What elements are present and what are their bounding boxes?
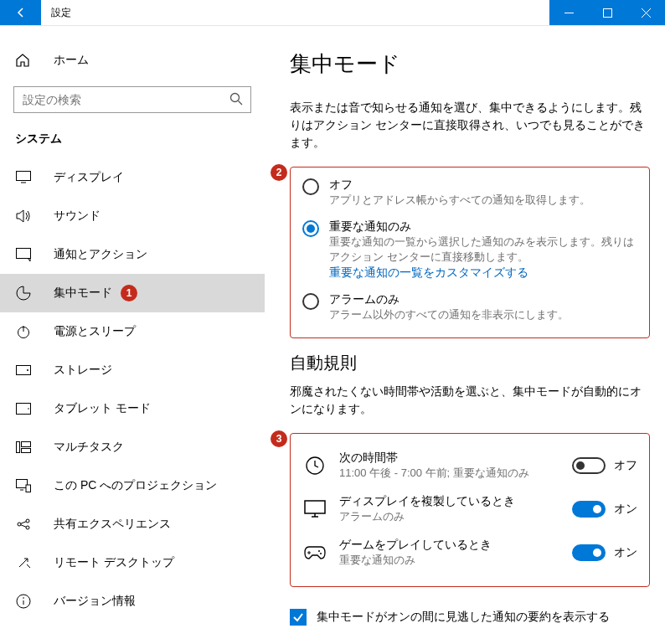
focus-icon [16,286,31,301]
sidebar-item-projection[interactable]: この PC へのプロジェクション [0,466,265,505]
close-button[interactable] [626,0,665,25]
auto-rules-heading: 自動規則 [290,352,650,374]
radio-off[interactable] [302,178,319,195]
titlebar: 設定 [0,0,665,26]
arrow-left-icon [14,6,28,19]
sidebar-item-focus-assist[interactable]: 集中モード 1 [0,274,265,312]
radio-alarms[interactable] [302,293,319,310]
sidebar-item-power[interactable]: 電源とスリープ [0,312,265,351]
rule-time[interactable]: 次の時間帯 11:00 午後 - 7:00 午前; 重要な通知のみ オフ [302,444,637,487]
sidebar-item-label: サウンド [54,209,101,224]
display-icon [16,171,31,184]
sidebar-item-multitask[interactable]: マルチタスク [0,428,265,466]
radio-priority-sub: 重要な通知の一覧から選択した通知のみを表示します。残りはアクション センターに直… [329,234,637,265]
svg-point-15 [18,523,21,526]
power-icon [16,324,31,339]
minimize-button[interactable] [549,0,588,25]
rule-time-sub: 11:00 午後 - 7:00 午前; 重要な通知のみ [339,466,572,481]
page-description: 表示または音で知らせる通知を選び、集中できるようにします。残りはアクション セン… [290,99,650,152]
sidebar-section: システム [0,128,265,158]
sidebar-item-notifications[interactable]: 通知とアクション [0,235,265,274]
sidebar-item-label: バージョン情報 [54,594,136,609]
sidebar-item-remote[interactable]: リモート デスクトップ [0,544,265,582]
svg-rect-3 [17,249,31,259]
summary-check-row[interactable]: 集中モードがオンの間に見逃した通知の要約を表示する [290,600,650,626]
sidebar-item-label: マルチタスク [54,440,124,455]
sound-icon [16,209,31,223]
svg-rect-9 [17,442,20,453]
sidebar-item-label: ディスプレイ [54,170,124,185]
sidebar-item-about[interactable]: バージョン情報 [0,582,265,621]
summary-checkbox[interactable] [290,609,307,626]
summary-check-label: 集中モードがオンの間に見逃した通知の要約を表示する [317,610,610,625]
radio-alarms-sub: アラーム以外のすべての通知を非表示にします。 [329,307,637,322]
back-button[interactable] [0,0,41,25]
svg-point-8 [28,408,29,410]
rule-time-state: オフ [614,458,637,473]
rule-time-label: 次の時間帯 [339,451,572,466]
close-icon [642,8,651,18]
sidebar-item-label: 通知とアクション [54,247,147,262]
window-controls [549,0,665,25]
sidebar: ホーム システム ディスプレイ サウンド 通知とアクション 集中モード 1 [0,26,265,644]
auto-rules-group: 3 次の時間帯 11:00 午後 - 7:00 午前; 重要な通知のみ オフ デ… [290,433,650,587]
sidebar-item-label: リモート デスクトップ [54,555,174,570]
auto-rules-desc: 邪魔されたくない時間帯や活動を選ぶと、集中モードが自動的にオンになります。 [290,383,650,418]
notifications-icon [16,248,31,261]
rule-dup-label: ディスプレイを複製しているとき [339,494,572,509]
content: 集中モード 表示または音で知らせる通知を選び、集中できるようにします。残りはアク… [265,26,665,644]
info-icon [16,594,31,609]
radio-alarms-label: アラームのみ [329,292,637,307]
rule-game-toggle[interactable] [572,544,606,561]
svg-point-18 [23,597,24,599]
rule-duplicate-display[interactable]: ディスプレイを複製しているとき アラームのみ オン [302,487,637,531]
annotation-badge: 1 [121,285,137,301]
svg-point-14 [26,519,29,523]
svg-rect-13 [26,485,31,492]
rule-dup-toggle[interactable] [572,501,606,518]
search-input[interactable] [13,86,251,113]
checkmark-icon [292,611,304,623]
radio-off-sub: アプリとアドレス帳からすべての通知を取得します。 [329,193,637,208]
home-icon [15,53,30,68]
monitor-icon [304,500,326,518]
customize-priority-link[interactable]: 重要な通知の一覧をカスタマイズする [329,265,637,281]
page-title: 集中モード [290,44,650,79]
sidebar-item-sound[interactable]: サウンド [0,197,265,235]
focus-options-group: 2 オフ アプリとアドレス帳からすべての通知を取得します。 重要な通知のみ 重要… [290,167,650,338]
sidebar-item-shared[interactable]: 共有エクスペリエンス [0,505,265,544]
clock-icon [305,456,325,476]
gamepad-icon [304,545,326,560]
annotation-badge: 2 [271,164,287,181]
rule-time-toggle[interactable] [572,457,606,474]
sidebar-item-label: ストレージ [54,363,112,378]
remote-icon [16,555,31,570]
annotation-badge: 3 [271,430,287,447]
sidebar-item-label: 共有エクスペリエンス [54,517,171,532]
radio-priority-label: 重要な通知のみ [329,219,637,234]
multitask-icon [16,441,31,453]
sidebar-home[interactable]: ホーム [0,44,265,76]
svg-point-22 [320,553,322,554]
svg-point-16 [26,526,29,529]
rule-dup-state: オン [614,502,637,517]
rule-gaming[interactable]: ゲームをプレイしているとき 重要な通知のみ オン [302,531,637,574]
projection-icon [16,479,31,492]
maximize-button[interactable] [588,0,626,25]
sidebar-item-label: タブレット モード [54,401,151,416]
sidebar-home-label: ホーム [54,53,89,68]
sidebar-item-display[interactable]: ディスプレイ [0,158,265,197]
radio-off-label: オフ [329,178,637,193]
rule-dup-sub: アラームのみ [339,509,572,524]
sidebar-item-storage[interactable]: ストレージ [0,351,265,389]
storage-icon [16,365,31,375]
svg-rect-10 [22,442,31,447]
maximize-icon [603,8,612,18]
sidebar-item-label: 電源とスリープ [54,324,136,339]
sidebar-item-label: 集中モード [54,286,112,301]
sidebar-item-tablet[interactable]: タブレット モード [0,389,265,428]
svg-rect-2 [17,172,31,181]
share-icon [16,517,31,532]
svg-rect-20 [305,501,325,513]
radio-priority[interactable] [302,220,319,237]
